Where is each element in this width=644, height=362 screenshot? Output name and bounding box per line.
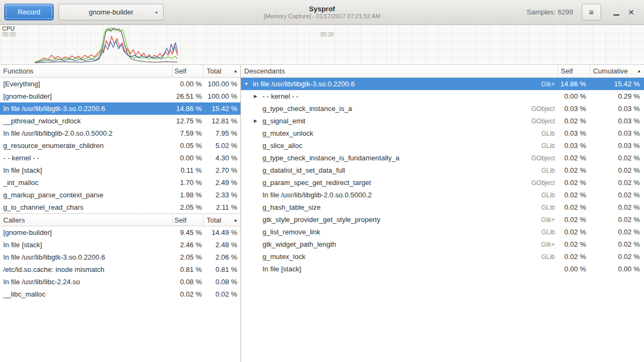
descendant-row[interactable]: gtk_style_provider_get_style_propertyGtk…	[241, 213, 644, 226]
descendant-row[interactable]: g_param_spec_get_redirect_targetGObject0…	[241, 176, 644, 189]
library-category-label: Gtk+	[541, 241, 558, 248]
sort-ascending-icon: ▲	[637, 69, 644, 73]
callers-self-column-label: Self	[174, 216, 186, 224]
functions-table-header: Functions Self Total ▲	[0, 65, 240, 78]
descendant-row[interactable]: gtk_widget_path_lengthGtk+0.02 %0.02 %	[241, 238, 644, 250]
descendant-row[interactable]: g_slice_allocGLib0.03 %0.03 %	[241, 139, 644, 152]
caller-row[interactable]: In file [stack]2.46 %2.48 %	[0, 239, 240, 251]
function-row[interactable]: g_io_channel_read_chars2.05 %2.11 %	[0, 201, 240, 213]
minimize-button[interactable]	[609, 4, 624, 20]
function-self-value: 1.98 %	[173, 191, 203, 199]
function-self-value: 0.11 %	[173, 166, 203, 174]
right-pane-filler	[241, 275, 644, 362]
descendant-name: g_signal_emit	[262, 117, 305, 125]
descendant-self-value: 14.86 %	[558, 80, 590, 88]
sort-ascending-icon: ▲	[233, 218, 240, 223]
descendant-name-cell: g_type_check_instance_is_fundamentally_a…	[241, 154, 558, 162]
descendant-cumulative-value: 0.03 %	[590, 117, 644, 125]
function-row[interactable]: _int_malloc1.70 %2.49 %	[0, 176, 240, 189]
descendant-cumulative-value: 0.02 %	[590, 216, 644, 224]
expander-collapsed-icon[interactable]: ▶	[254, 119, 262, 123]
library-category-label: GLib	[541, 253, 558, 261]
descendant-self-value: 0.02 %	[558, 166, 590, 174]
cpu-graph[interactable]: CPU 00:00 00:30	[0, 25, 644, 65]
function-name: [gnome-builder]	[0, 92, 173, 100]
descendant-row[interactable]: g_mutex_unlockGLib0.03 %0.03 %	[241, 127, 644, 139]
function-row[interactable]: g_resource_enumerate_children0.05 %5.02 …	[0, 139, 240, 152]
descendants-table-header: Descendants Self Cumulative ▲	[241, 65, 644, 78]
callers-total-column-header[interactable]: Total ▲	[203, 214, 240, 226]
descendant-row[interactable]: ▶g_signal_emitGObject0.02 %0.03 %	[241, 115, 644, 127]
library-category-label: GObject	[531, 117, 558, 125]
caller-row[interactable]: /etc/ld.so.cache: inode mismatch0.81 %0.…	[0, 263, 240, 276]
descendant-self-value: 0.00 %	[558, 265, 590, 273]
descendant-row[interactable]: g_mutex_lockGLib0.02 %0.02 %	[241, 250, 644, 263]
library-category-label: Gtk+	[541, 80, 558, 88]
descendant-name: g_type_check_instance_is_a	[262, 105, 352, 113]
descendant-row[interactable]: ▶- - kernel - -0.00 %0.29 %	[241, 90, 644, 102]
descendant-self-value: 0.02 %	[558, 203, 590, 211]
caller-name: In file /usr/lib/libc-2.24.so	[0, 278, 173, 286]
process-selector[interactable]: gnome-builder ▼	[58, 4, 164, 20]
descendant-row[interactable]: ▼In file /usr/lib/libgtk-3.so.0.2200.6Gt…	[241, 78, 644, 90]
caller-total-value: 14.49 %	[203, 228, 240, 237]
caller-row[interactable]: __libc_malloc0.02 %0.02 %	[0, 288, 240, 300]
record-button[interactable]: Record	[4, 4, 54, 20]
descendants-table-body: ▼In file /usr/lib/libgtk-3.so.0.2200.6Gt…	[241, 78, 644, 275]
functions-self-column-header[interactable]: Self	[173, 65, 203, 77]
descendant-row[interactable]: g_datalist_id_set_data_fullGLib0.02 %0.0…	[241, 164, 644, 176]
caller-row[interactable]: [gnome-builder]9.45 %14.49 %	[0, 226, 240, 239]
functions-total-column-header[interactable]: Total ▲	[203, 65, 240, 77]
function-row[interactable]: [Everything]0.00 %100.00 %	[0, 78, 240, 90]
descendant-name: gtk_widget_path_length	[262, 240, 336, 248]
descendant-self-value: 0.02 %	[558, 117, 590, 125]
caller-total-value: 2.06 %	[203, 253, 240, 261]
descendant-name-cell: g_hash_table_sizeGLib	[241, 203, 558, 211]
callers-column-header[interactable]: Callers	[0, 214, 173, 226]
caller-total-value: 0.81 %	[203, 265, 240, 274]
descendants-column-header[interactable]: Descendants	[241, 65, 558, 77]
close-button[interactable]: ✕	[624, 4, 639, 20]
function-row[interactable]: g_markup_parse_context_parse1.98 %2.33 %	[0, 189, 240, 201]
descendant-row[interactable]: g_type_check_instance_is_aGObject0.03 %0…	[241, 102, 644, 115]
descendant-row[interactable]: g_type_check_instance_is_fundamentally_a…	[241, 152, 644, 164]
descendant-name-cell: g_mutex_unlockGLib	[241, 129, 558, 137]
function-self-value: 26.51 %	[173, 92, 203, 100]
descendant-name: g_datalist_id_set_data_full	[262, 166, 345, 174]
function-self-value: 0.00 %	[173, 154, 203, 162]
library-category-label: GLib	[541, 204, 558, 211]
expander-expanded-icon[interactable]: ▼	[244, 82, 253, 86]
descendant-cumulative-value: 0.03 %	[590, 142, 644, 150]
function-row[interactable]: In file [stack]0.11 %2.70 %	[0, 164, 240, 176]
function-self-value: 0.00 %	[173, 80, 203, 88]
caller-row[interactable]: In file /usr/lib/libc-2.24.so0.08 %0.08 …	[0, 276, 240, 288]
descendant-row[interactable]: g_hash_table_sizeGLib0.02 %0.02 %	[241, 201, 644, 213]
expander-collapsed-icon[interactable]: ▶	[254, 94, 262, 99]
descendants-cumulative-column-header[interactable]: Cumulative ▲	[590, 65, 644, 77]
descendant-row[interactable]: In file [stack]0.00 %0.00 %	[241, 263, 644, 275]
descendant-self-value: 0.02 %	[558, 228, 590, 236]
callers-self-column-header[interactable]: Self	[173, 214, 203, 226]
caller-self-value: 0.08 %	[173, 278, 203, 286]
descendant-row[interactable]: g_list_remove_linkGLib0.02 %0.02 %	[241, 226, 644, 238]
descendants-self-column-header[interactable]: Self	[558, 65, 590, 77]
function-row[interactable]: In file /usr/lib/libglib-2.0.so.0.5000.2…	[0, 127, 240, 139]
sysprof-window: Record gnome-builder ▼ Sysprof [Memory C…	[0, 0, 644, 362]
caller-name: __libc_malloc	[0, 290, 173, 298]
descendant-name-cell: g_slice_allocGLib	[241, 142, 558, 150]
function-row[interactable]: In file /usr/lib/libgtk-3.so.0.2200.614.…	[0, 102, 240, 115]
function-row[interactable]: - - kernel - -0.00 %4.30 %	[0, 152, 240, 164]
function-row[interactable]: __pthread_rwlock_rdlock12.75 %12.81 %	[0, 115, 240, 127]
function-name: g_io_channel_read_chars	[0, 203, 173, 211]
menu-button[interactable]: ≡	[582, 4, 601, 20]
descendant-name-cell: g_list_remove_linkGLib	[241, 228, 558, 236]
functions-column-header[interactable]: Functions	[0, 65, 173, 77]
function-row[interactable]: [gnome-builder]26.51 %100.00 %	[0, 90, 240, 102]
descendant-name: - - kernel - -	[262, 92, 298, 100]
descendant-name-cell: ▶g_signal_emitGObject	[241, 117, 558, 125]
descendant-row[interactable]: In file /usr/lib/libglib-2.0.so.0.5000.2…	[241, 189, 644, 201]
minimize-icon	[613, 14, 619, 16]
library-category-label: GLib	[541, 191, 558, 199]
callers-column-label: Callers	[3, 216, 25, 224]
caller-row[interactable]: In file /usr/lib/libgtk-3.so.0.2200.62.0…	[0, 251, 240, 263]
